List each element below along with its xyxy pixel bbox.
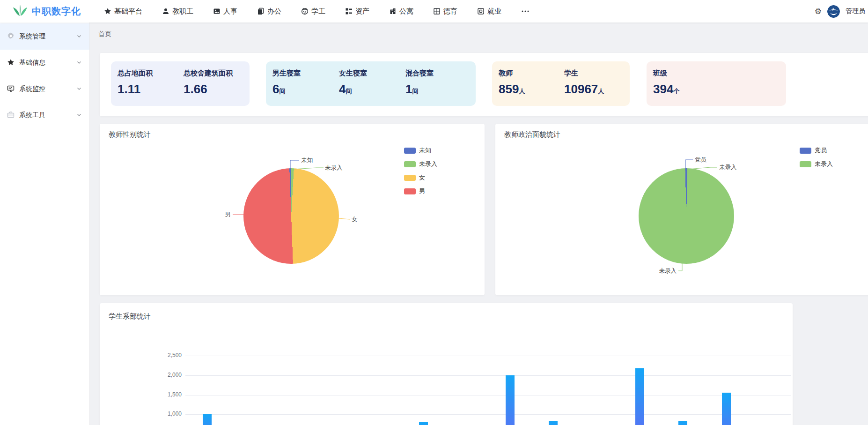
plant-logo-icon: [12, 4, 28, 18]
stat: 总校舍建筑面积1.66: [184, 69, 250, 106]
legend-swatch: [404, 188, 416, 194]
stat-card-2: 教师859人学生10967人: [492, 61, 630, 106]
nav-item-label: 就业: [487, 7, 501, 16]
stat: 学生10967人: [564, 69, 630, 106]
legend-item-女[interactable]: 女: [404, 173, 437, 182]
bar-category-5: [419, 422, 428, 425]
teacher-gender-legend: 未知未录入女男: [404, 146, 437, 195]
nav-item-label: 办公: [267, 7, 281, 16]
user-avatar[interactable]: [827, 5, 840, 18]
sidebar-item-label: 系统监控: [19, 85, 72, 93]
chevron-down-icon: [76, 59, 82, 67]
stat-label: 教师: [499, 69, 564, 78]
nav-item-base-platform[interactable]: 基础平台: [104, 7, 142, 16]
legend-swatch: [404, 161, 416, 167]
brand[interactable]: 中职数字化: [0, 4, 92, 18]
nav-item-label: 学工: [311, 7, 325, 16]
nav-item-hr[interactable]: 人事: [213, 7, 237, 16]
stat-label: 混合寝室: [405, 69, 472, 78]
chevron-down-icon: [76, 112, 82, 119]
sidebar-item-system-monitor[interactable]: 系统监控: [0, 76, 89, 102]
bar-category-8: [549, 421, 558, 425]
stat: 男生寝室6间: [272, 69, 339, 106]
nav-item-assets[interactable]: 资产: [345, 7, 369, 16]
stat-value: 1.66: [184, 82, 250, 97]
nav-item-label: 公寓: [399, 7, 413, 16]
legend-swatch: [800, 148, 811, 154]
sidebar-item-basic-info[interactable]: 基础信息: [0, 50, 89, 76]
sidebar-item-system-management[interactable]: 系统管理: [0, 23, 89, 50]
legend-item-党员[interactable]: 党员: [800, 146, 833, 155]
legend-item-未知[interactable]: 未知: [404, 146, 437, 155]
stat-value: 10967人: [564, 82, 630, 97]
stat-unit: 人: [598, 88, 604, 95]
nav-item-apartment[interactable]: 公寓: [389, 7, 413, 16]
grid-icon: [433, 7, 441, 15]
nav-item-label: 教职工: [172, 7, 193, 16]
nav-menu: 基础平台教职工人事办公学工资产公寓德育就业: [92, 7, 530, 16]
y-axis-tick-label: 2,000: [144, 372, 182, 378]
stat-unit: 间: [279, 88, 285, 95]
nav-item-label: 人事: [223, 7, 237, 16]
gridline: [185, 395, 791, 395]
nav-item-employment[interactable]: 就业: [477, 7, 501, 16]
nav-right: ⚙ 管理员: [815, 0, 865, 22]
app-title: 中职数字化: [32, 5, 81, 18]
nav-item-label: 德育: [443, 7, 457, 16]
legend-label: 未知: [419, 146, 431, 155]
y-axis-tick-label: 1,000: [144, 410, 182, 417]
nav-item-student-affairs[interactable]: 学工: [301, 7, 325, 16]
stat-value: 394个: [653, 82, 720, 97]
badge-icon: [477, 7, 485, 15]
star-icon: [104, 7, 111, 15]
user-name[interactable]: 管理员: [846, 7, 865, 15]
app-screen: 中职数字化 基础平台教职工人事办公学工资产公寓德育就业 ⚙ 管理员 系统管理基础…: [0, 0, 868, 425]
nav-item-moral-education[interactable]: 德育: [433, 7, 457, 16]
stat-value: 4间: [339, 82, 405, 97]
legend-item-未录入[interactable]: 未录入: [800, 160, 833, 168]
nav-item-office[interactable]: 办公: [257, 7, 281, 16]
copy-icon: [257, 7, 265, 15]
gridline: [185, 356, 791, 356]
gridline: [185, 414, 791, 415]
monitor-icon: [7, 85, 15, 94]
stat-value: 1.11: [118, 82, 184, 97]
nav-item-label: 资产: [355, 7, 369, 16]
stat-value: 859人: [499, 82, 564, 97]
nav-item-staff[interactable]: 教职工: [162, 7, 193, 16]
stat-unit: 个: [673, 88, 679, 95]
nav-item-more[interactable]: [521, 7, 530, 15]
settings-gear-icon[interactable]: ⚙: [815, 7, 822, 16]
bar-category-12: [722, 393, 731, 425]
teacher-political-pie[interactable]: [639, 168, 734, 264]
chart-title: 学生系部统计: [109, 312, 151, 321]
top-navbar: 中职数字化 基础平台教职工人事办公学工资产公寓德育就业 ⚙ 管理员: [0, 0, 868, 22]
legend-swatch: [404, 175, 416, 181]
stat-unit: 人: [519, 88, 525, 95]
legend-label: 未录入: [419, 160, 437, 168]
building-icon: [389, 7, 397, 15]
chart-title: 教师政治面貌统计: [504, 130, 560, 139]
stat-card-0: 总占地面积1.11总校舍建筑面积1.66: [111, 61, 250, 106]
sidebar-item-system-tools[interactable]: 系统工具: [0, 102, 89, 128]
user-icon: [162, 7, 169, 15]
y-axis-tick-label: 2,500: [144, 352, 182, 358]
gear-icon: [7, 32, 15, 41]
nav-item-label: 基础平台: [114, 7, 142, 16]
legend-item-未录入[interactable]: 未录入: [404, 160, 437, 168]
stat-label: 女生寝室: [339, 69, 405, 78]
breadcrumb[interactable]: 首页: [98, 30, 111, 38]
stat-unit: 间: [346, 88, 352, 95]
stat: 教师859人: [499, 69, 564, 106]
teacher-gender-pie[interactable]: [243, 168, 339, 264]
legend-label: 男: [419, 187, 425, 195]
tree-list-icon: [345, 7, 353, 15]
stat-value: 1间: [405, 82, 472, 97]
sidebar-item-label: 系统工具: [19, 111, 72, 119]
bar-category-0: [203, 414, 212, 425]
legend-item-男[interactable]: 男: [404, 187, 437, 195]
y-axis-tick-label: 1,500: [144, 391, 182, 398]
legend-label: 党员: [815, 146, 827, 155]
stat-label: 班级: [653, 69, 720, 78]
legend-swatch: [404, 148, 416, 154]
